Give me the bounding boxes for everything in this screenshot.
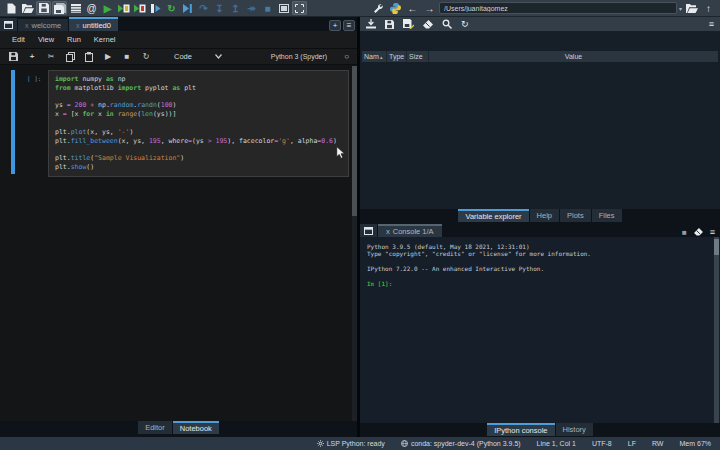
menu-kernel[interactable]: Kernel bbox=[94, 35, 116, 44]
gear-icon bbox=[317, 440, 324, 447]
run-selection-icon[interactable] bbox=[148, 1, 163, 15]
save-all-icon[interactable] bbox=[52, 1, 67, 15]
rerun-script-icon[interactable]: ↻ bbox=[164, 1, 179, 15]
column-size[interactable]: Size bbox=[407, 51, 429, 62]
run-file-icon[interactable]: ▶ bbox=[100, 1, 115, 15]
refresh-icon[interactable]: ↻ bbox=[461, 19, 469, 29]
path-dropdown-icon[interactable]: ▾ bbox=[679, 5, 682, 12]
scrollbar-thumb[interactable] bbox=[714, 239, 719, 255]
browse-console-tabs-button[interactable] bbox=[360, 224, 377, 237]
stop-debug-icon[interactable]: ■ bbox=[260, 1, 275, 15]
notebook-toolbar: + ✂ ▶ ■ ↻ Code Python 3 (Spyder) ○ bbox=[0, 49, 357, 65]
memory-status: Mem 67% bbox=[679, 440, 711, 447]
tab-notebook[interactable]: Notebook bbox=[173, 421, 219, 434]
tab-variable-explorer[interactable]: Variable explorer bbox=[458, 209, 528, 222]
python-env-icon[interactable] bbox=[388, 1, 403, 15]
paste-cells-icon[interactable] bbox=[84, 52, 94, 62]
tab-label: welcome bbox=[32, 21, 62, 30]
notebook-options-button[interactable]: ≡ bbox=[343, 20, 355, 31]
lsp-status: LSP Python: ready bbox=[317, 440, 385, 447]
console-tabbar: x Console 1/A ■ ≡ bbox=[360, 223, 720, 237]
ipython-console[interactable]: Python 3.9.5 (default, May 18 2021, 12:3… bbox=[360, 237, 720, 440]
eol-status: LF bbox=[628, 440, 636, 447]
save-data-icon[interactable] bbox=[385, 20, 394, 29]
interpreter-status[interactable]: conda: spyder-dev-4 (Python 3.9.5) bbox=[401, 440, 521, 447]
open-file-icon[interactable] bbox=[20, 1, 35, 15]
preferences-icon[interactable] bbox=[371, 1, 386, 15]
left-pane-tabstrip: Editor Notebook bbox=[0, 421, 357, 437]
tab-history[interactable]: History bbox=[556, 423, 593, 436]
tab-files[interactable]: Files bbox=[592, 209, 622, 222]
save-icon[interactable] bbox=[36, 1, 51, 15]
rerun-cell-icon[interactable] bbox=[132, 1, 147, 15]
run-cell-icon[interactable]: ▶ bbox=[103, 52, 113, 61]
interrupt-kernel-icon[interactable]: ■ bbox=[682, 228, 687, 237]
copy-cells-icon[interactable] bbox=[65, 52, 75, 62]
column-value[interactable]: Value bbox=[429, 51, 718, 62]
cursor-position: Line 1, Col 1 bbox=[537, 440, 576, 447]
console-banner: Python 3.9.5 (default, May 18 2021, 12:3… bbox=[367, 243, 720, 273]
menu-run[interactable]: Run bbox=[67, 35, 81, 44]
console-scrollbar[interactable] bbox=[714, 237, 719, 440]
right-upper-tabstrip: Variable explorer Help Plots Files bbox=[360, 209, 720, 223]
step-out-icon[interactable]: ↥ bbox=[228, 1, 243, 15]
tab-plots[interactable]: Plots bbox=[560, 209, 591, 222]
tab-welcome[interactable]: x welcome bbox=[18, 19, 68, 31]
close-tab-icon[interactable]: x bbox=[386, 227, 390, 236]
tab-untitled0[interactable]: x untitled0 bbox=[69, 17, 118, 31]
cut-cells-icon[interactable]: ✂ bbox=[46, 52, 56, 61]
forward-icon[interactable]: → bbox=[422, 1, 437, 15]
code-cell[interactable]: import numpy as npfrom matplotlib import… bbox=[48, 70, 349, 177]
encoding-status: UTF-8 bbox=[592, 440, 612, 447]
new-file-icon[interactable] bbox=[4, 1, 19, 15]
permissions-status: RW bbox=[652, 440, 664, 447]
column-type[interactable]: Type bbox=[387, 51, 407, 62]
close-tab-icon[interactable]: x bbox=[76, 22, 80, 29]
interrupt-kernel-icon[interactable]: ■ bbox=[122, 52, 132, 61]
code-lines: import numpy as npfrom matplotlib import… bbox=[55, 75, 342, 172]
continue-icon[interactable]: ↠ bbox=[244, 1, 259, 15]
browse-folder-icon[interactable] bbox=[684, 1, 699, 15]
back-icon[interactable]: ← bbox=[405, 1, 420, 15]
mouse-cursor bbox=[336, 146, 347, 160]
statusbar: LSP Python: ready conda: spyder-dev-4 (P… bbox=[0, 437, 720, 450]
cell-type-select[interactable]: Code bbox=[174, 52, 222, 61]
column-name[interactable]: Name ▴ bbox=[362, 51, 387, 62]
remove-all-variables-icon[interactable] bbox=[694, 228, 703, 236]
search-icon[interactable] bbox=[442, 19, 452, 29]
variable-explorer-header: Name ▴ Type Size Value bbox=[362, 51, 718, 62]
symbol-finder-icon[interactable]: @ bbox=[84, 1, 99, 15]
kernel-status-icon: ○ bbox=[344, 52, 349, 61]
save-notebook-icon[interactable] bbox=[8, 52, 18, 61]
close-tab-icon[interactable]: x bbox=[25, 22, 29, 29]
debug-file-icon[interactable] bbox=[180, 1, 195, 15]
notebook-canvas: [ ]: import numpy as npfrom matplotlib i… bbox=[0, 66, 357, 421]
maximize-pane-icon[interactable] bbox=[276, 1, 291, 15]
chevron-down-icon bbox=[215, 54, 222, 59]
menu-edit[interactable]: Edit bbox=[12, 35, 25, 44]
restart-kernel-icon[interactable]: ↻ bbox=[141, 52, 151, 61]
remove-all-icon[interactable] bbox=[423, 20, 433, 29]
parent-directory-icon[interactable]: ↑ bbox=[701, 1, 716, 15]
tab-help[interactable]: Help bbox=[530, 209, 559, 222]
step-over-icon[interactable]: ↷ bbox=[196, 1, 211, 15]
file-switcher-icon[interactable] bbox=[68, 1, 83, 15]
save-data-as-icon[interactable] bbox=[403, 19, 414, 29]
tab-ipython-console[interactable]: IPython console bbox=[487, 423, 554, 436]
console-options-icon[interactable]: ≡ bbox=[710, 227, 715, 237]
right-lower-tabstrip: IPython console History bbox=[360, 423, 720, 437]
browse-tabs-button[interactable] bbox=[0, 18, 17, 31]
fullscreen-icon[interactable] bbox=[292, 1, 307, 15]
import-data-icon[interactable] bbox=[366, 19, 376, 29]
menu-view[interactable]: View bbox=[38, 35, 54, 44]
add-cell-icon[interactable]: + bbox=[27, 52, 37, 61]
main-toolbar: @ ▶ ↻ ↷ ↧ ↥ ↠ ■ ← → ▾ ↑ bbox=[0, 0, 720, 17]
run-cell-icon[interactable] bbox=[116, 1, 131, 15]
new-notebook-button[interactable]: + bbox=[329, 20, 341, 31]
step-into-icon[interactable]: ↧ bbox=[212, 1, 227, 15]
tab-editor[interactable]: Editor bbox=[138, 421, 172, 434]
globe-icon bbox=[401, 440, 408, 447]
variable-explorer-options-icon[interactable]: ≡ bbox=[709, 19, 714, 29]
tab-console-1a[interactable]: x Console 1/A bbox=[378, 224, 442, 237]
working-directory-input[interactable] bbox=[439, 2, 677, 14]
